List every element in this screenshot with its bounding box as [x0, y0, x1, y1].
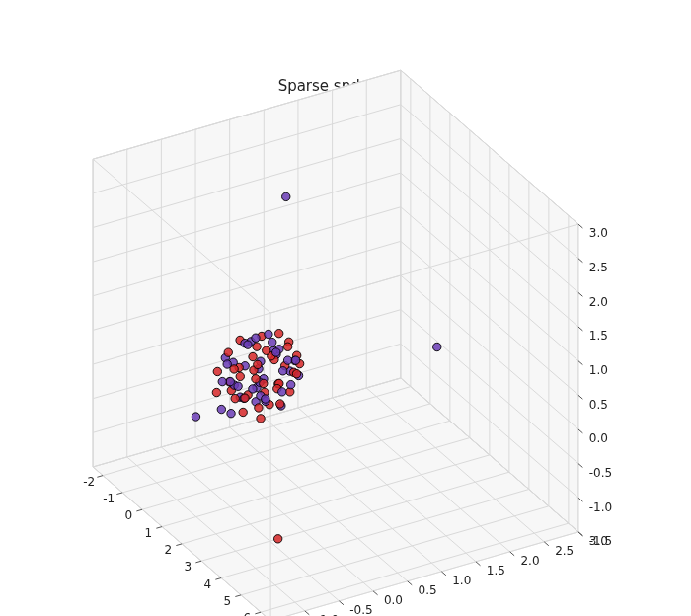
svg-line-95: [578, 327, 583, 331]
scatter-point: [217, 405, 225, 413]
figure: Sparse spd matrix -2-10123456-1.5-1.0-0.…: [0, 0, 691, 616]
svg-line-84: [441, 572, 446, 576]
svg-line-74: [176, 544, 182, 546]
svg-line-72: [136, 509, 142, 511]
tick-label: 2.0: [520, 554, 539, 568]
scatter-point: [283, 356, 291, 364]
scatter-point: [272, 348, 280, 356]
tick-label: 0: [124, 508, 132, 522]
svg-line-86: [510, 552, 515, 556]
scatter-point: [226, 377, 234, 385]
svg-line-94: [578, 361, 583, 365]
svg-line-76: [215, 578, 221, 580]
tick-label: 3: [184, 560, 192, 574]
scatter-point: [269, 338, 276, 346]
tick-label: 0.0: [384, 593, 403, 607]
scatter-point: [249, 352, 257, 360]
tick-label: 1.0: [452, 574, 471, 587]
scatter-point: [265, 330, 272, 338]
scatter-point: [231, 394, 239, 402]
svg-line-93: [578, 395, 583, 399]
tick-label: 1.0: [589, 363, 608, 377]
scatter-point: [252, 334, 260, 342]
svg-line-97: [578, 259, 583, 263]
scatter-point: [212, 388, 220, 396]
scatter-point: [291, 356, 299, 364]
tick-label: 2.0: [589, 295, 608, 309]
scatter-point: [213, 367, 221, 375]
svg-line-85: [476, 562, 481, 566]
scatter-point: [234, 382, 242, 390]
scatter-point: [239, 408, 247, 416]
scatter-point: [433, 343, 441, 350]
svg-line-77: [235, 595, 241, 597]
scatter-point: [192, 413, 199, 421]
scatter-point: [230, 365, 238, 373]
tick-label: -1: [103, 492, 115, 505]
tick-label: 1.5: [589, 329, 608, 343]
tick-label: -1.5: [589, 534, 612, 548]
svg-line-91: [578, 464, 583, 468]
svg-line-70: [97, 476, 103, 478]
scatter-point: [244, 341, 252, 348]
tick-label: 6: [243, 611, 251, 616]
scatter-point: [262, 395, 269, 403]
tick-label: 0.5: [589, 398, 608, 412]
scatter-point: [218, 377, 226, 385]
scatter-point: [260, 379, 268, 387]
scatter-point: [282, 192, 290, 200]
svg-line-81: [339, 601, 344, 605]
tick-label: -0.5: [349, 603, 372, 616]
scatter-point: [292, 370, 300, 378]
scatter-point: [278, 367, 286, 375]
scatter-point: [249, 385, 257, 393]
svg-line-89: [578, 532, 583, 536]
tick-label: -1.0: [589, 500, 612, 514]
scatter-3d: -2-10123456-1.5-1.0-0.50.00.51.01.52.02.…: [0, 0, 691, 616]
tick-label: -2: [83, 475, 95, 489]
svg-line-96: [578, 292, 583, 296]
svg-line-73: [156, 527, 162, 529]
tick-label: 4: [203, 578, 211, 591]
svg-line-98: [578, 224, 583, 228]
tick-label: 5: [223, 594, 231, 608]
svg-line-82: [373, 591, 378, 595]
scatter-point: [236, 372, 244, 380]
scatter-point: [278, 388, 286, 396]
tick-label: 2.5: [589, 261, 608, 274]
scatter-point: [276, 400, 284, 408]
scatter-point: [224, 348, 232, 356]
scatter-point: [227, 409, 235, 417]
scatter-point: [252, 375, 260, 383]
scatter-point: [241, 394, 249, 402]
tick-label: 1.5: [487, 564, 505, 578]
scatter-point: [254, 360, 262, 368]
scatter-point: [257, 415, 265, 423]
tick-label: 1: [144, 526, 152, 540]
tick-label: 0.5: [419, 583, 437, 597]
svg-line-75: [195, 561, 201, 563]
tick-label: 0.0: [589, 431, 608, 445]
svg-line-78: [255, 612, 261, 614]
svg-line-90: [578, 498, 583, 501]
svg-line-71: [116, 493, 122, 495]
scatter-point: [273, 535, 281, 543]
tick-label: 3.0: [589, 226, 608, 240]
scatter-point: [274, 329, 282, 337]
tick-label: -0.5: [589, 466, 612, 480]
svg-line-92: [578, 429, 583, 433]
tick-label: 2: [164, 543, 172, 557]
svg-line-87: [544, 542, 549, 546]
svg-line-83: [408, 581, 413, 585]
scatter-point: [263, 346, 270, 354]
tick-label: 2.5: [555, 544, 574, 558]
svg-line-80: [305, 611, 310, 615]
scatter-point: [283, 343, 291, 350]
scatter-point: [286, 380, 294, 388]
scatter-point: [255, 404, 263, 412]
